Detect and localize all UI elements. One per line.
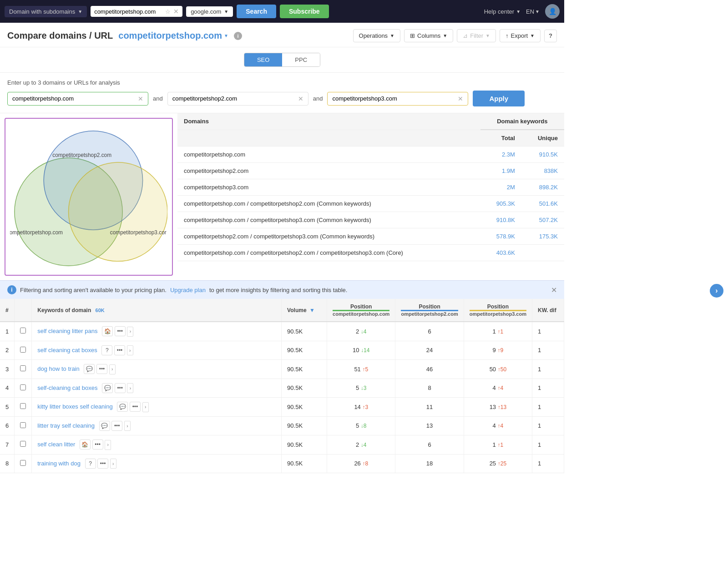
keyword-link[interactable]: litter tray self cleaning [37,422,95,429]
pos1-cell: 26 ↑8 [327,454,395,473]
keyword-link[interactable]: self cleaning cat boxes [37,347,97,354]
row-check[interactable] [15,379,32,398]
domain-field-1-input[interactable] [12,95,135,102]
search-button[interactable]: Search [237,5,276,18]
keyword-link[interactable]: dog how to train [37,365,80,372]
filter-banner-close[interactable]: ✕ [551,286,557,294]
kw-expand[interactable]: › [127,327,133,337]
col-kwdif-header: KW. dif [532,299,564,322]
total-cell: 578.9K [480,228,521,245]
domain-inputs-section: Enter up to 3 domains or URLs for analys… [0,73,564,113]
domain-inputs-label: Enter up to 3 domains or URLs for analys… [7,79,557,86]
kw-icon-2[interactable]: ••• [115,383,126,393]
kw-icon-2[interactable]: ••• [130,402,141,412]
domain-field-2-input[interactable] [172,95,295,102]
kw-icon-1[interactable]: 💬 [99,421,110,431]
table-row: 8 training with dog ? ••• › 90.5K 26 ↑8 … [0,454,564,473]
row-check[interactable] [15,454,32,473]
kw-icon-2[interactable]: ••• [114,345,125,355]
domain-input[interactable] [94,8,162,15]
filter-button[interactable]: ⊿ Filter ▼ [457,29,496,42]
kw-expand[interactable]: › [124,421,131,431]
domain-field-2-clear[interactable]: ✕ [298,95,303,102]
volume-cell: 90.5K [282,341,327,360]
top-navigation: Domain with subdomains ▼ ☆ ✕ google.com … [0,0,564,23]
help-center-link[interactable]: Help center ▼ [484,8,521,15]
domain-field-1-clear[interactable]: ✕ [138,95,143,102]
volume-filter-icon[interactable]: ▼ [309,307,315,313]
keyword-link[interactable]: self-cleaning cat boxes [37,384,97,391]
kw-expand[interactable]: › [109,364,116,374]
domain-selector[interactable]: Domain with subdomains ▼ [5,6,87,17]
domain-badge[interactable]: competitorpetshop.com ▼ [118,30,228,41]
kw-expand[interactable]: › [127,383,133,393]
keyword-link[interactable]: self cleaning litter pans [37,328,97,334]
kwdif-cell: 1 [532,398,564,417]
col-total: Total [480,130,521,147]
keyword-link[interactable]: training with dog [37,460,81,467]
kw-icon-2[interactable]: ••• [97,459,108,469]
kw-icon-1[interactable]: 💬 [84,364,95,374]
help-button[interactable]: ? [544,30,557,42]
user-avatar[interactable]: 👤 [545,4,560,19]
row-num: 6 [0,416,15,435]
domain-badge-chevron: ▼ [224,33,228,38]
keyword-link[interactable]: kitty litter boxes self cleaning [37,403,112,410]
kw-icon-2[interactable]: ••• [96,364,107,374]
apply-button[interactable]: Apply [473,91,525,106]
row-check[interactable] [15,398,32,417]
row-check[interactable] [15,360,32,379]
star-icon[interactable]: ☆ [165,8,171,15]
col-hash: # [0,299,15,322]
pos1-cell: 5 ↓3 [327,379,395,398]
kw-expand[interactable]: › [142,402,149,412]
kw-expand[interactable]: › [105,440,111,450]
and-text-2: and [313,95,323,102]
pos2-cell: 6 [395,435,464,455]
kw-icon-1[interactable]: 🏠 [80,440,91,450]
domain-table-wrap: Domains Domain keywords Total Unique com… [177,113,564,280]
kw-icon-1[interactable]: 🏠 [102,326,113,336]
kwdif-cell: 1 [532,341,564,360]
lang-selector[interactable]: EN ▼ [526,8,540,15]
col-keyword-header: Keywords of domain 60K [32,299,282,322]
venn-label-1: competitorpetshop.com [10,229,63,236]
columns-button[interactable]: ⊞ Columns ▼ [404,29,453,42]
keyword-link[interactable]: self clean litter [37,441,75,448]
help-chevron: ▼ [516,9,521,14]
kw-icon-1[interactable]: 💬 [117,402,128,412]
kw-icon-1[interactable]: 💬 [102,383,113,393]
domain-field-3-input[interactable] [332,95,455,102]
row-check[interactable] [15,435,32,455]
domain-clear-icon[interactable]: ✕ [173,8,179,15]
keywords-table: # Keywords of domain 60K Volume ▼ Positi… [0,299,564,473]
tab-seo[interactable]: SEO [244,53,282,66]
subscribe-button[interactable]: Subscribe [280,5,329,18]
row-check[interactable] [15,416,32,435]
pos1-change: ↓3 [361,385,367,391]
row-check[interactable] [15,341,32,360]
unique-cell: 838K [521,163,564,179]
table-row: 5 kitty litter boxes self cleaning 💬 •••… [0,398,564,417]
page-title: Compare domains / URL [7,30,113,41]
kw-icon-1[interactable]: ? [85,459,96,469]
pos3-change: ↑4 [497,423,503,429]
upgrade-plan-link[interactable]: Upgrade plan [170,287,206,293]
domain-field-3-clear[interactable]: ✕ [458,95,463,102]
row-check[interactable] [15,322,32,341]
page-header: Compare domains / URL competitorpetshop.… [0,23,564,47]
pos3-change: ↑1 [497,328,503,335]
kw-icon-1[interactable]: ? [101,345,112,355]
engine-selector[interactable]: google.com ▼ [186,6,233,17]
export-button[interactable]: ↑ Export ▼ [500,29,541,42]
pos2-cell: 11 [395,398,464,417]
page-info-icon[interactable]: i [234,32,242,40]
kw-icon-2[interactable]: ••• [111,421,122,431]
operations-button[interactable]: Operations ▼ [353,29,401,42]
kw-icon-2[interactable]: ••• [92,440,103,450]
kw-icon-2[interactable]: ••• [115,326,126,336]
pos1-cell: 2 ↓4 [327,322,395,341]
kw-expand[interactable]: › [110,459,116,469]
tab-ppc[interactable]: PPC [282,53,320,66]
kw-expand[interactable]: › [127,345,133,355]
